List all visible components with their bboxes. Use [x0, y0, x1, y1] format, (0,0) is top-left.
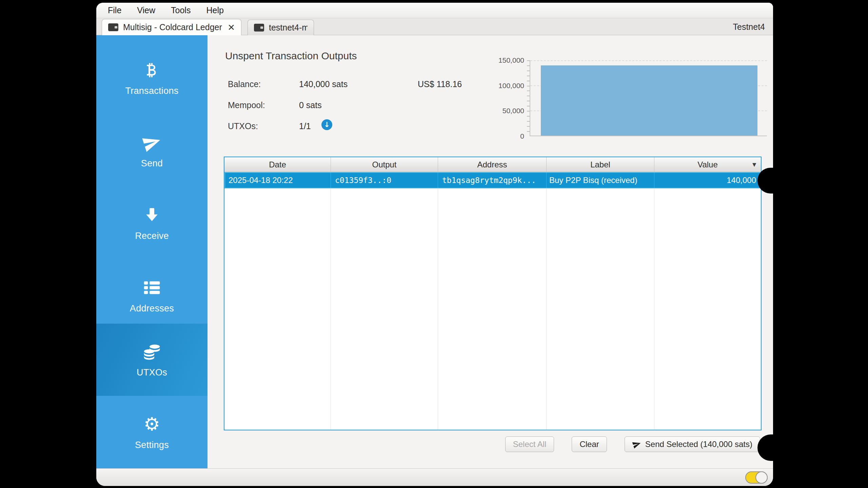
- tab-multisig-wallet[interactable]: Multisig - Coldcard Ledger Trezor ✕: [102, 19, 241, 35]
- sidebar-item-label: Send: [141, 158, 163, 169]
- y-tick-label: 50,000: [502, 107, 524, 115]
- axis-ticks: [527, 60, 530, 136]
- clear-button[interactable]: Clear: [572, 436, 607, 452]
- tab-testnet4-main[interactable]: testnet4-main: [248, 20, 314, 35]
- app-window: File View Tools Help Multisig - Coldcard…: [96, 3, 773, 486]
- utxos-label: UTXOs:: [228, 121, 258, 131]
- network-badge: Testnet4: [733, 18, 765, 35]
- sidebar-item-label: Addresses: [130, 303, 174, 314]
- menu-bar: File View Tools Help: [96, 3, 773, 18]
- balance-chart: 150,000 100,000 50,000 0: [479, 60, 767, 136]
- send-icon: [632, 440, 641, 449]
- select-all-button[interactable]: Select All: [505, 436, 554, 452]
- sidebar-item-settings[interactable]: ⚙ Settings: [96, 396, 208, 468]
- toggle-knob-icon: [755, 471, 768, 484]
- cell-value: 140,000: [654, 172, 761, 188]
- menu-tools[interactable]: Tools: [171, 5, 191, 15]
- gear-icon: ⚙: [142, 414, 162, 434]
- column-header-label[interactable]: Label: [547, 157, 654, 172]
- action-button-row: Select All Clear Send Selected (140,000 …: [505, 436, 760, 452]
- send-selected-label: Send Selected (140,000 sats): [645, 440, 752, 449]
- sort-desc-icon[interactable]: ▼: [751, 161, 757, 168]
- chart-plot-area: [530, 60, 767, 136]
- sidebar-item-label: Settings: [135, 440, 169, 450]
- page-title: Unspent Transaction Outputs: [225, 50, 357, 62]
- column-header-label: Value: [697, 160, 718, 169]
- sidebar-item-label: UTXOs: [137, 367, 167, 378]
- gridline: [530, 60, 767, 61]
- coins-icon: [142, 342, 162, 362]
- wallet-icon: [254, 24, 264, 32]
- table-empty-area: [224, 188, 761, 430]
- status-bar: [96, 468, 773, 486]
- table-header-row: Date Output Address Label Value ▼: [224, 157, 761, 172]
- cell-output: c01359f3..:0: [331, 172, 438, 188]
- y-tick-label: 150,000: [498, 56, 524, 64]
- chart-y-axis: 150,000 100,000 50,000 0: [479, 60, 530, 136]
- sidebar-item-receive[interactable]: Receive: [96, 187, 208, 259]
- column-header-date[interactable]: Date: [224, 157, 331, 172]
- cell-date: 2025-04-18 20:22: [224, 172, 331, 188]
- utxo-row-selected[interactable]: 2025-04-18 20:22 c01359f3..:0 tb1qsag8ry…: [224, 172, 761, 188]
- menu-help[interactable]: Help: [206, 5, 223, 15]
- sidebar-nav: Transactions Send Receive Addresses UTXO…: [96, 35, 208, 468]
- mempool-value: 0 sats: [299, 100, 322, 110]
- balance-fiat-value: US$ 118.16: [418, 79, 462, 89]
- sidebar-item-utxos[interactable]: UTXOs: [96, 324, 208, 396]
- utxos-view: Unspent Transaction Outputs Balance: 140…: [208, 35, 773, 468]
- close-icon[interactable]: ✕: [228, 23, 235, 32]
- menu-file[interactable]: File: [108, 5, 121, 15]
- wallet-icon: [108, 23, 118, 31]
- bitcoin-icon: [142, 60, 162, 80]
- send-icon: [142, 133, 162, 153]
- utxos-count: 1/1: [299, 121, 311, 131]
- column-header-address[interactable]: Address: [438, 157, 547, 172]
- chart-bar: [541, 65, 757, 136]
- sidebar-item-addresses[interactable]: Addresses: [96, 260, 208, 332]
- y-tick-label: 100,000: [498, 82, 524, 90]
- mempool-label: Mempool:: [228, 100, 265, 110]
- utxo-table: Date Output Address Label Value ▼ 2025-0…: [224, 157, 762, 430]
- sidebar-item-transactions[interactable]: Transactions: [96, 42, 208, 114]
- menu-view[interactable]: View: [137, 5, 155, 15]
- tab-label: testnet4-main: [269, 23, 308, 33]
- cell-label: Buy P2P Bisq (received): [547, 172, 654, 188]
- sidebar-item-send[interactable]: Send: [96, 115, 208, 187]
- export-utxos-icon[interactable]: ↓: [321, 119, 332, 130]
- network-toggle[interactable]: [745, 471, 768, 484]
- list-icon: [142, 278, 162, 298]
- cell-address: tb1qsag8rytm2qp9k...: [438, 172, 547, 188]
- tab-bar: Multisig - Coldcard Ledger Trezor ✕ test…: [96, 18, 773, 35]
- column-header-output[interactable]: Output: [331, 157, 438, 172]
- balance-value: 140,000 sats: [299, 79, 348, 89]
- sidebar-item-label: Receive: [135, 231, 169, 241]
- arrow-down-icon: [142, 205, 162, 225]
- balance-label: Balance:: [228, 79, 261, 89]
- y-tick-label: 0: [520, 132, 524, 140]
- column-header-value[interactable]: Value ▼: [654, 157, 761, 172]
- sidebar-item-label: Transactions: [125, 86, 178, 96]
- send-selected-button[interactable]: Send Selected (140,000 sats): [625, 436, 760, 452]
- tab-label: Multisig - Coldcard Ledger Trezor: [123, 22, 223, 32]
